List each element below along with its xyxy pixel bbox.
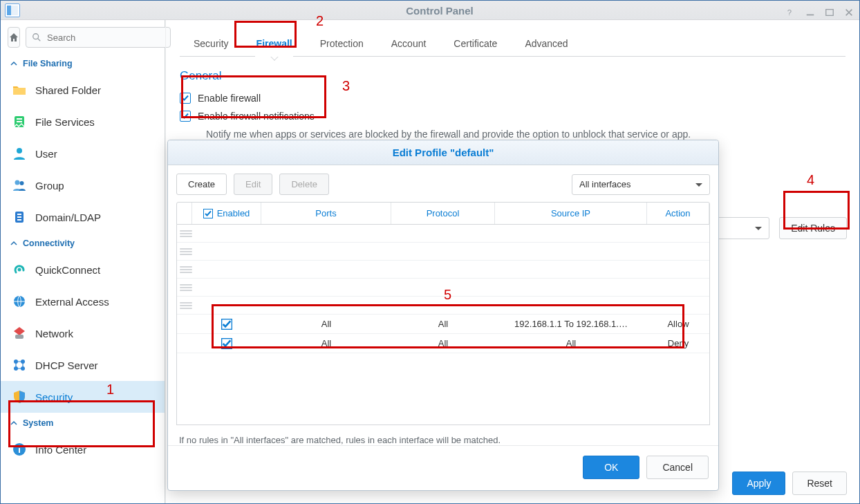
close-icon[interactable] — [844, 8, 854, 19]
sidebar-item-label: DHCP Server — [35, 360, 98, 371]
sidebar-item-external-access[interactable]: External Access — [1, 286, 165, 317]
tab-account[interactable]: Account — [377, 31, 440, 56]
tab-certificate[interactable]: Certificate — [440, 31, 511, 56]
sidebar-item-dhcp-server[interactable]: DHCP Server — [1, 349, 165, 381]
search-input-wrap[interactable] — [26, 27, 171, 48]
drag-handle-icon[interactable] — [180, 302, 192, 309]
sidebar-item-shared-folder[interactable]: Shared Folder — [1, 74, 165, 106]
svg-point-15 — [18, 268, 21, 272]
sidebar-item-file-services[interactable]: File Services — [1, 106, 165, 138]
col-ports[interactable]: Ports — [261, 203, 391, 224]
apply-button[interactable]: Apply — [732, 472, 785, 495]
sidebar-item-label: Security — [35, 391, 73, 403]
sidebar-item-user[interactable]: User — [1, 138, 165, 169]
rules-body: All All 192.168.1.1 To 192.168.1.… Allow… — [176, 225, 710, 425]
interface-value: All interfaces — [579, 179, 630, 189]
section-label: Connectivity — [23, 239, 75, 248]
sidebar-item-quickconnect[interactable]: QuickConnect — [1, 254, 165, 286]
col-protocol[interactable]: Protocol — [391, 203, 495, 224]
reset-button[interactable]: Reset — [792, 472, 847, 495]
ldap-icon — [12, 209, 27, 225]
drag-handle-icon[interactable] — [180, 230, 192, 237]
rule-ports: All — [261, 338, 391, 348]
cancel-button[interactable]: Cancel — [646, 456, 709, 479]
delete-button[interactable]: Delete — [279, 174, 329, 195]
checkbox-icon — [180, 93, 191, 104]
globe-icon — [12, 294, 27, 309]
checkbox-icon[interactable] — [221, 319, 232, 330]
rule-ports: All — [261, 319, 391, 329]
drag-handle-icon[interactable] — [180, 248, 192, 255]
maximize-icon[interactable] — [825, 8, 834, 19]
sidebar-item-label: Domain/LDAP — [35, 212, 101, 223]
sidebar-item-label: QuickConnect — [35, 264, 100, 276]
sidebar-item-label: Network — [35, 328, 73, 339]
chevron-up-icon — [10, 240, 17, 247]
sidebar-item-group[interactable]: Group — [1, 169, 165, 201]
svg-rect-6 — [17, 118, 22, 120]
user-icon — [12, 146, 27, 161]
sidebar-item-security[interactable]: Security — [1, 381, 165, 413]
shield-icon — [12, 389, 27, 404]
tab-security[interactable]: Security — [180, 31, 243, 56]
rule-protocol: All — [391, 319, 495, 329]
rule-row[interactable]: All All 192.168.1.1 To 192.168.1.… Allow — [177, 315, 709, 334]
interface-select[interactable]: All interfaces — [572, 174, 710, 195]
rules-header: Enabled Ports Protocol Source IP Action — [176, 202, 710, 225]
checkbox-label: Enable firewall — [198, 93, 261, 104]
drag-handle-icon[interactable] — [180, 266, 192, 273]
rule-action: Allow — [647, 319, 709, 329]
sidebar-item-domain-ldap[interactable]: Domain/LDAP — [1, 201, 165, 233]
tab-advanced[interactable]: Advanced — [511, 31, 581, 56]
home-button[interactable] — [8, 27, 20, 48]
modal-title: Edit Profile "default" — [168, 140, 718, 165]
section-label: System — [23, 418, 53, 428]
network-icon — [12, 326, 27, 341]
col-action[interactable]: Action — [647, 203, 709, 224]
create-button[interactable]: Create — [176, 174, 227, 195]
svg-text:?: ? — [787, 8, 792, 17]
svg-rect-4 — [13, 88, 26, 95]
svg-point-10 — [20, 181, 24, 185]
minimize-icon[interactable] — [805, 8, 815, 19]
edit-button[interactable]: Edit — [234, 174, 272, 195]
svg-rect-14 — [17, 219, 21, 221]
col-source-ip[interactable]: Source IP — [495, 203, 647, 224]
sidebar-item-label: External Access — [35, 296, 109, 308]
section-system[interactable]: System — [1, 413, 165, 433]
rule-protocol: All — [391, 338, 495, 348]
svg-point-3 — [33, 34, 39, 39]
rule-action: Deny — [647, 338, 709, 348]
svg-rect-13 — [17, 216, 21, 218]
app-icon[interactable] — [5, 3, 20, 17]
checkbox-label: Enable firewall notifications — [198, 111, 315, 122]
svg-rect-7 — [17, 121, 22, 122]
sidebar-item-label: User — [35, 148, 57, 160]
section-file-sharing[interactable]: File Sharing — [1, 53, 165, 74]
rule-row[interactable]: All All All Deny — [177, 334, 709, 353]
dhcp-icon — [12, 357, 27, 373]
checkbox-enable-firewall[interactable]: Enable firewall — [180, 93, 845, 104]
checkbox-enable-notifications[interactable]: Enable firewall notifications — [180, 111, 845, 122]
help-icon[interactable]: ? — [786, 8, 796, 19]
drag-handle-icon[interactable] — [180, 284, 192, 291]
tab-firewall[interactable]: Firewall — [243, 31, 306, 56]
section-connectivity[interactable]: Connectivity — [1, 233, 165, 254]
sidebar-item-label: Info Center — [35, 444, 86, 456]
sidebar-item-label: Group — [35, 180, 64, 192]
search-input[interactable] — [46, 32, 165, 44]
tabs: Security Firewall Protection Account Cer… — [180, 31, 845, 57]
rule-source-ip: 192.168.1.1 To 192.168.1.… — [495, 319, 647, 329]
sidebar-item-info-center[interactable]: Info Center — [1, 433, 165, 465]
checkbox-icon[interactable] — [221, 338, 232, 349]
task-strip: Control Panel — [1, 1, 859, 20]
sidebar-item-network[interactable]: Network — [1, 317, 165, 349]
svg-rect-1 — [807, 15, 814, 16]
ok-button[interactable]: OK — [583, 456, 639, 479]
tab-protection[interactable]: Protection — [306, 31, 377, 56]
edit-rules-button[interactable]: Edit Rules — [779, 217, 847, 239]
sidebar: File Sharing Shared Folder File Services… — [1, 20, 165, 503]
group-icon — [12, 178, 27, 193]
svg-point-8 — [17, 148, 22, 153]
header-checkbox-icon[interactable] — [203, 209, 213, 218]
